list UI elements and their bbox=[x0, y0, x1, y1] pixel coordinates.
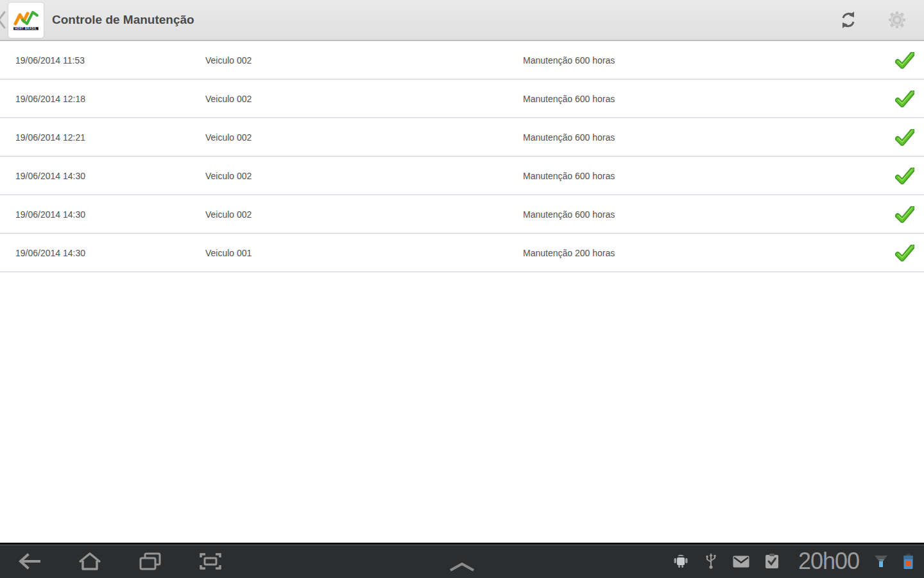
home-button[interactable] bbox=[77, 550, 103, 573]
row-datetime: 19/06/2014 12:21 bbox=[0, 132, 205, 143]
page-title: Controle de Manutenção bbox=[52, 13, 194, 27]
row-datetime: 19/06/2014 11:53 bbox=[0, 55, 205, 66]
signal-funnel-icon bbox=[875, 556, 887, 568]
green-check-icon bbox=[895, 52, 914, 69]
clock[interactable]: 20h00 bbox=[798, 545, 859, 578]
green-check-icon bbox=[895, 129, 914, 146]
row-maintenance: Manutenção 200 horas bbox=[523, 248, 894, 258]
row-datetime: 19/06/2014 12:18 bbox=[0, 94, 205, 104]
row-vehicle: Veiculo 002 bbox=[205, 171, 523, 181]
green-check-icon bbox=[895, 91, 914, 107]
row-vehicle: Veiculo 001 bbox=[205, 248, 523, 258]
row-datetime: 19/06/2014 14:30 bbox=[0, 171, 205, 181]
row-maintenance: Manutenção 600 horas bbox=[523, 171, 894, 181]
row-vehicle: Veiculo 002 bbox=[205, 132, 523, 143]
screenshot-button[interactable] bbox=[198, 550, 223, 573]
appbar-actions bbox=[838, 10, 907, 30]
android-robot-icon bbox=[672, 554, 689, 569]
settings-button[interactable] bbox=[887, 10, 907, 30]
app-logo[interactable]: HORT BRASIL bbox=[8, 3, 44, 38]
row-status bbox=[894, 245, 915, 261]
battery-icon bbox=[903, 554, 914, 570]
row-maintenance: Manutenção 600 horas bbox=[523, 209, 894, 220]
row-status bbox=[894, 168, 915, 184]
maintenance-row[interactable]: 19/06/2014 14:30 Veiculo 002 Manutenção … bbox=[0, 195, 924, 234]
maintenance-row[interactable]: 19/06/2014 12:21 Veiculo 002 Manutenção … bbox=[0, 118, 924, 157]
screen-capture-icon bbox=[199, 552, 222, 571]
row-maintenance: Manutenção 600 horas bbox=[523, 94, 894, 104]
gear-icon bbox=[887, 10, 907, 30]
row-status bbox=[894, 91, 915, 107]
maintenance-list: 19/06/2014 11:53 Veiculo 002 Manutenção … bbox=[0, 41, 924, 272]
maintenance-row[interactable]: 19/06/2014 11:53 Veiculo 002 Manutenção … bbox=[0, 41, 924, 80]
row-datetime: 19/06/2014 14:30 bbox=[0, 248, 205, 258]
maintenance-row[interactable]: 19/06/2014 12:18 Veiculo 002 Manutenção … bbox=[0, 80, 924, 118]
home-icon bbox=[78, 552, 102, 571]
row-maintenance: Manutenção 600 horas bbox=[523, 132, 894, 143]
refresh-button[interactable] bbox=[838, 10, 859, 30]
maintenance-row[interactable]: 19/06/2014 14:30 Veiculo 001 Manutenção … bbox=[0, 234, 924, 272]
maintenance-row[interactable]: 19/06/2014 14:30 Veiculo 002 Manutenção … bbox=[0, 157, 924, 195]
status-tray[interactable]: 20h00 bbox=[672, 545, 924, 578]
clipboard-check-icon bbox=[765, 554, 779, 569]
usb-icon bbox=[705, 553, 717, 570]
recent-apps-icon bbox=[139, 552, 162, 571]
green-check-icon bbox=[895, 206, 914, 223]
refresh-sync-icon bbox=[839, 10, 858, 30]
row-vehicle: Veiculo 002 bbox=[205, 94, 523, 104]
nav-buttons bbox=[0, 550, 223, 573]
row-vehicle: Veiculo 002 bbox=[205, 209, 523, 220]
row-datetime: 19/06/2014 14:30 bbox=[0, 209, 205, 220]
row-status bbox=[894, 206, 915, 223]
expand-tray-button[interactable] bbox=[448, 563, 476, 574]
chevron-left-icon[interactable] bbox=[0, 10, 8, 30]
brand-zigzag-icon bbox=[13, 10, 39, 26]
green-check-icon bbox=[895, 168, 914, 184]
row-maintenance: Manutenção 600 horas bbox=[523, 55, 894, 66]
recent-apps-button[interactable] bbox=[137, 550, 163, 573]
app-bar: HORT BRASIL Controle de Manutenção bbox=[0, 0, 924, 41]
back-button[interactable] bbox=[17, 550, 42, 573]
mail-envelope-icon bbox=[733, 556, 749, 568]
row-vehicle: Veiculo 002 bbox=[205, 55, 523, 66]
chevron-up-icon bbox=[448, 563, 476, 572]
row-status bbox=[894, 52, 915, 69]
system-nav-bar: 20h00 bbox=[0, 543, 924, 578]
green-check-icon bbox=[895, 245, 914, 261]
screen: HORT BRASIL Controle de Manutenção bbox=[0, 0, 924, 578]
row-status bbox=[894, 129, 915, 146]
back-arrow-icon bbox=[17, 552, 42, 570]
brand-text: HORT BRASIL bbox=[13, 27, 38, 30]
